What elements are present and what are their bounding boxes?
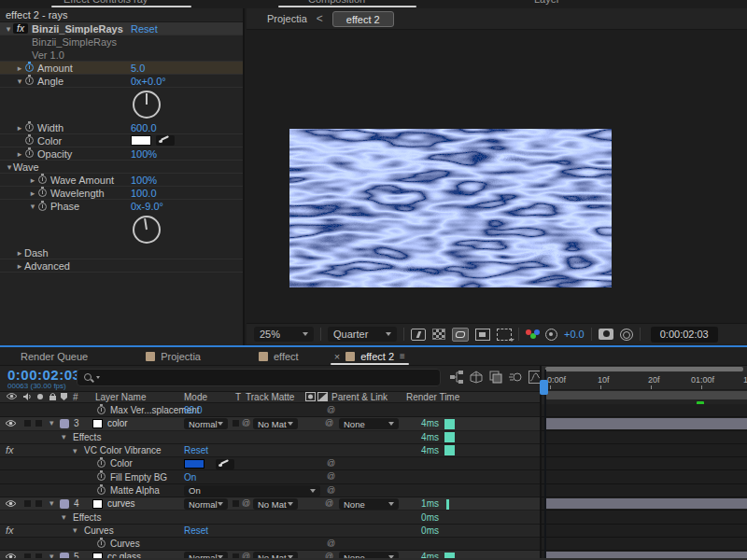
param-value[interactable]: 100.0 [131, 187, 157, 200]
tab-effect[interactable]: effect [249, 347, 308, 366]
reset-exposure-icon[interactable] [545, 329, 557, 341]
track-matte-column-label[interactable]: Track Matte [246, 392, 294, 402]
layer-duration-bar[interactable] [546, 418, 747, 428]
effect-row-curves[interactable]: fx ▾ Curves Reset 0ms [0, 525, 747, 538]
layer-name[interactable]: color [107, 418, 128, 428]
stopwatch-icon[interactable] [38, 203, 47, 211]
stopwatch-icon[interactable] [97, 539, 106, 548]
region-of-interest-icon[interactable] [475, 329, 490, 341]
pick-whip-icon[interactable]: @ [242, 498, 250, 508]
mode-column-label[interactable]: Mode [184, 392, 207, 402]
show-snapshot-icon[interactable] [620, 329, 633, 341]
property-row-fill-empty-bg[interactable]: Fill Empty BG On @ [0, 470, 747, 483]
pick-whip-icon[interactable]: @ [327, 405, 335, 414]
t-column-label[interactable]: T [235, 392, 241, 402]
audio-toggle[interactable] [23, 419, 32, 427]
blend-mode-dropdown[interactable]: Normal [184, 498, 228, 510]
close-icon[interactable]: × [334, 351, 340, 362]
effects-group-row[interactable]: ▾ Effects 0ms [0, 511, 747, 524]
effect-row[interactable]: ▾ fx Binzii_SimpleRays Reset [0, 22, 243, 35]
t-toggle[interactable] [232, 419, 240, 427]
stopwatch-icon[interactable] [25, 149, 34, 158]
layer-color-swatch[interactable] [92, 499, 103, 509]
color-swatch[interactable] [131, 135, 151, 146]
layer-row-3[interactable]: ▾ 3 color Normal @ No Mat @ None 4ms [0, 417, 747, 430]
show-channel-icon[interactable] [526, 329, 539, 341]
param-opacity[interactable]: ▸ Opacity 100% [0, 147, 243, 161]
chevron-right-icon[interactable]: ▸ [15, 246, 24, 259]
param-phase[interactable]: ▾ Phase 0x-9.0° [0, 200, 243, 213]
track-lane[interactable] [540, 484, 747, 497]
pick-whip-icon[interactable]: @ [327, 539, 335, 548]
pick-whip-icon[interactable]: @ [242, 418, 250, 427]
track-lane[interactable] [540, 538, 747, 551]
effect-reset-button[interactable]: Reset [131, 22, 158, 35]
param-value[interactable]: 0x-9.0° [131, 200, 163, 213]
param-amount[interactable]: ▸ Amount 5.0 [0, 62, 243, 75]
current-time-indicator-line[interactable] [544, 370, 546, 560]
stopwatch-icon[interactable] [25, 123, 34, 132]
reset-link[interactable]: Reset [184, 445, 208, 455]
fx-badge-icon[interactable]: fx [6, 525, 14, 536]
track-lane[interactable] [540, 431, 747, 444]
track-lane[interactable] [540, 457, 747, 470]
layer-row-4[interactable]: ▾ 4 curves Normal @ No Mat @ None 1ms [0, 497, 747, 511]
tab-render-queue[interactable]: Render Queue [11, 347, 97, 366]
grid-guides-options-icon[interactable] [497, 329, 512, 341]
adjust-exposure-value[interactable]: +0.0 [564, 329, 585, 340]
chevron-down-icon[interactable]: ▾ [62, 432, 66, 441]
effects-group-row[interactable]: ▾ Effects 4ms [0, 431, 747, 444]
group-advanced[interactable]: ▸ Advanced [0, 259, 243, 273]
tab-effect-2[interactable]: × effect 2 ≡ [325, 347, 415, 366]
chevron-down-icon[interactable]: ▾ [73, 525, 78, 535]
property-row[interactable]: Max Ver...splacement 60.0 @ [0, 404, 747, 417]
eye-icon[interactable] [5, 499, 17, 510]
chevron-down-icon[interactable]: ▾ [6, 161, 13, 174]
resolution-dropdown[interactable]: Quarter [328, 327, 397, 342]
stopwatch-icon[interactable] [25, 77, 34, 85]
group-wave[interactable]: ▾ Wave [0, 161, 243, 174]
breadcrumb-back-chevron[interactable]: < [317, 12, 323, 25]
param-wave-amount[interactable]: ▸ Wave Amount 100% [0, 174, 243, 187]
blend-mode-dropdown[interactable]: Normal [184, 418, 228, 429]
param-value[interactable]: 5.0 [131, 62, 145, 75]
tab-composition[interactable]: Composition [308, 0, 365, 5]
solo-toggle[interactable] [35, 499, 43, 508]
draft-3d-icon[interactable] [470, 371, 483, 384]
viewer-stage[interactable] [247, 30, 747, 323]
tab-projectia[interactable]: Projectia [136, 347, 210, 366]
param-width[interactable]: ▸ Width 600.0 [0, 121, 243, 134]
layer-name[interactable]: curves [107, 498, 134, 509]
eye-icon[interactable] [5, 419, 17, 429]
preserve-transparency-icon[interactable] [317, 392, 328, 403]
eyedropper-icon[interactable] [216, 459, 234, 469]
track-lane[interactable] [540, 470, 747, 483]
parent-dropdown[interactable]: None [339, 498, 399, 510]
layer-duration-bar[interactable] [546, 498, 747, 509]
panel-menu-icon[interactable]: ≡ [400, 351, 405, 361]
solo-column-icon[interactable] [36, 392, 44, 402]
index-column-label[interactable]: # [73, 392, 78, 402]
chevron-down-icon[interactable]: ▾ [73, 446, 78, 455]
param-value[interactable]: 100% [131, 147, 157, 161]
audio-column-icon[interactable] [22, 392, 32, 403]
chevron-down-icon[interactable]: ▾ [49, 498, 54, 508]
pick-whip-icon[interactable]: @ [327, 485, 335, 495]
fx-badge-icon[interactable]: fx [6, 444, 14, 455]
track-lane[interactable] [540, 511, 747, 524]
label-color-chip[interactable] [60, 419, 69, 428]
param-angle[interactable]: ▾ Angle 0x+0.0° [0, 75, 243, 88]
lock-column-icon[interactable] [49, 392, 57, 403]
pick-whip-icon[interactable]: @ [327, 471, 335, 481]
magnification-dropdown[interactable]: 25% [254, 327, 314, 342]
stopwatch-icon[interactable] [38, 175, 47, 184]
property-row-color[interactable]: Color @ [0, 457, 747, 470]
chevron-down-icon[interactable]: ▾ [4, 22, 13, 35]
render-time-column-label[interactable]: Render Time [406, 392, 459, 402]
current-time-indicator[interactable] [540, 380, 548, 395]
track-lane[interactable] [540, 497, 747, 511]
track-lane[interactable] [540, 417, 747, 430]
fast-previews-icon[interactable] [411, 329, 426, 341]
transparency-grid-icon[interactable] [432, 329, 445, 340]
solo-toggle[interactable] [35, 419, 43, 427]
